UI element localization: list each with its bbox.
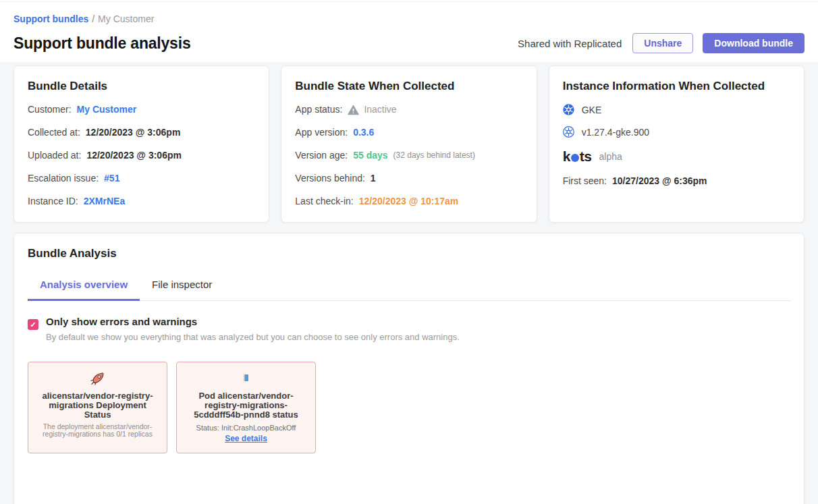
collected-at-value: 12/20/2023 @ 3:06pm: [86, 126, 181, 139]
kubernetes-version-icon: [563, 126, 574, 138]
customer-row: Customer: My Customer: [28, 103, 255, 116]
breadcrumb-current: My Customer: [98, 13, 154, 24]
instance-id-row: Instance ID: 2XMrNEa: [28, 195, 255, 208]
kots-channel: alpha: [599, 151, 622, 162]
rocket-icon: [35, 370, 160, 385]
escalation-issue-label: Escalation issue:: [28, 172, 99, 185]
support-bundle-analysis-page: Support bundles/My Customer Support bund…: [0, 13, 818, 504]
last-checkin-label: Last check-in:: [295, 195, 353, 208]
errors-filter-checkbox[interactable]: ✓: [28, 319, 38, 330]
k8s-version-row: v1.27.4-gke.900: [563, 126, 790, 138]
result-title: Pod alicenstar/vendor-registry-migration…: [184, 391, 308, 420]
shared-with-text: Shared with Replicated: [518, 38, 622, 49]
header-actions: Shared with Replicated Unshare Download …: [518, 33, 805, 53]
app-version-row: App version: 0.3.6: [295, 126, 522, 139]
distribution-value: GKE: [582, 105, 602, 115]
bundle-details-card: Bundle Details Customer: My Customer Col…: [13, 65, 269, 223]
kubernetes-distribution-icon: [563, 104, 574, 115]
customer-link[interactable]: My Customer: [77, 103, 137, 116]
app-status-label: App status:: [295, 103, 342, 116]
version-age-row: Version age: 55 days (32 days behind lat…: [295, 149, 522, 162]
version-age-note: (32 days behind latest): [393, 149, 475, 162]
warning-icon: [348, 105, 359, 115]
result-message: The deployment alicenstar/vendor-registr…: [35, 423, 160, 438]
distribution-row: GKE: [563, 104, 790, 115]
errors-filter-row: ✓ Only show errors and warnings By defau…: [28, 316, 790, 342]
collected-at-label: Collected at:: [28, 126, 80, 139]
customer-label: Customer:: [28, 103, 72, 116]
versions-behind-label: Versions behind:: [295, 172, 365, 185]
analysis-tabs: Analysis overview File inspector: [28, 279, 790, 301]
instance-info-title: Instance Information When Collected: [563, 80, 790, 93]
breadcrumb-link-support-bundles[interactable]: Support bundles: [13, 13, 88, 24]
kots-row: kts alpha: [563, 148, 790, 165]
uploaded-at-value: 12/20/2023 @ 3:06pm: [86, 149, 182, 162]
result-title: alicenstar/vendor-registry-migrations De…: [35, 391, 160, 420]
unshare-button[interactable]: Unshare: [632, 33, 693, 53]
pod-icon: [184, 370, 308, 385]
analysis-result-deployment-status[interactable]: alicenstar/vendor-registry-migrations De…: [28, 362, 167, 453]
versions-behind-row: Versions behind: 1: [295, 172, 522, 185]
first-seen-value: 10/27/2023 @ 6:36pm: [612, 175, 707, 186]
last-checkin-row: Last check-in: 12/20/2023 @ 10:17am: [295, 195, 522, 208]
top-divider: [0, 0, 818, 2]
bundle-state-title: Bundle State When Collected: [295, 80, 522, 93]
breadcrumb: Support bundles/My Customer: [13, 13, 805, 24]
instance-id-link[interactable]: 2XMrNEa: [84, 195, 125, 208]
collected-at-row: Collected at: 12/20/2023 @ 3:06pm: [28, 126, 255, 139]
tab-file-inspector[interactable]: File inspector: [140, 279, 224, 301]
analysis-results-row: alicenstar/vendor-registry-migrations De…: [28, 362, 790, 453]
result-status: Status: Init:CrashLoopBackOff: [184, 424, 308, 432]
download-bundle-button[interactable]: Download bundle: [703, 33, 805, 53]
first-seen-label: First seen:: [563, 175, 607, 186]
k8s-version-value: v1.27.4-gke.900: [582, 127, 649, 138]
summary-cards-row: Bundle Details Customer: My Customer Col…: [13, 65, 805, 223]
page-title: Support bundle analysis: [13, 34, 191, 53]
version-age-value: 55 days: [353, 149, 387, 162]
versions-behind-value: 1: [371, 172, 376, 185]
version-age-label: Version age:: [295, 149, 348, 162]
bundle-state-card: Bundle State When Collected App status: …: [281, 65, 537, 223]
app-version-link[interactable]: 0.3.6: [353, 126, 374, 139]
uploaded-at-label: Uploaded at:: [28, 149, 81, 162]
escalation-issue-link[interactable]: #51: [104, 172, 119, 185]
bundle-analysis-card: Bundle Analysis Analysis overview File i…: [13, 233, 805, 504]
see-details-link[interactable]: See details: [225, 434, 267, 443]
app-version-label: App version:: [295, 126, 348, 139]
bundle-details-title: Bundle Details: [28, 80, 255, 93]
tab-analysis-overview[interactable]: Analysis overview: [28, 279, 140, 301]
uploaded-at-row: Uploaded at: 12/20/2023 @ 3:06pm: [28, 149, 255, 162]
errors-filter-label: Only show errors and warnings: [46, 316, 460, 327]
last-checkin-value: 12/20/2023 @ 10:17am: [359, 195, 459, 208]
errors-filter-description: By default we show you everything that w…: [46, 332, 460, 342]
analysis-result-pod-status[interactable]: Pod alicenstar/vendor-registry-migration…: [176, 362, 316, 453]
errors-filter-text: Only show errors and warnings By default…: [46, 316, 460, 342]
first-seen-row: First seen: 10/27/2023 @ 6:36pm: [563, 175, 790, 186]
app-status-value: Inactive: [364, 103, 396, 116]
bundle-analysis-title: Bundle Analysis: [28, 247, 790, 260]
page-header: Support bundle analysis Shared with Repl…: [13, 33, 805, 53]
instance-id-label: Instance ID:: [28, 195, 78, 208]
kots-logo-dot: [571, 154, 579, 162]
escalation-issue-row: Escalation issue: #51: [28, 172, 255, 185]
instance-info-card: Instance Information When Collected: [549, 65, 805, 223]
kots-logo: kts: [563, 148, 592, 165]
app-status-row: App status: Inactive: [295, 103, 522, 116]
breadcrumb-separator: /: [92, 13, 94, 24]
